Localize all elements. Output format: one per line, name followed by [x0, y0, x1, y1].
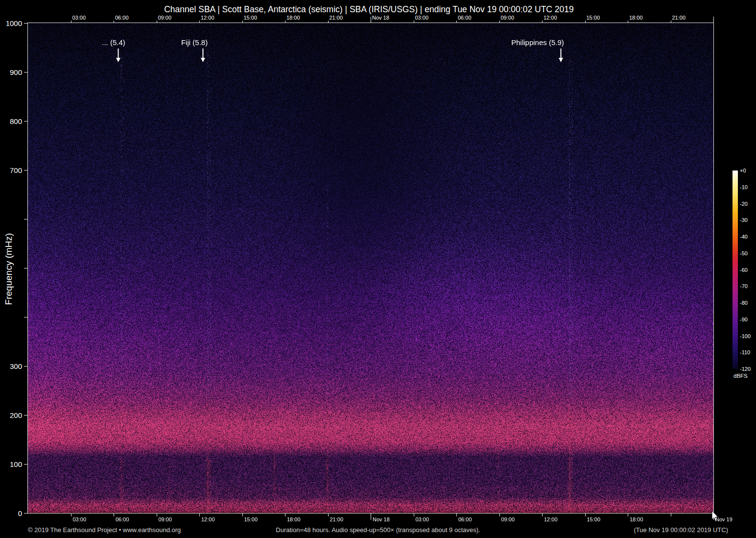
down-arrow-icon: [200, 49, 206, 63]
x-axis-tick-bottom: [671, 514, 671, 516]
x-axis-tick-top: [414, 21, 414, 23]
x-axis-tick-bottom: [371, 514, 371, 520]
x-axis-label-top: 06:00: [458, 15, 472, 21]
x-axis-tick-top: [157, 21, 157, 23]
x-axis-tick-bottom: [585, 514, 586, 516]
x-axis-tick-bottom: [499, 514, 500, 516]
x-axis-label-top: 15:00: [587, 15, 600, 21]
x-axis-tick-top: [713, 17, 714, 23]
x-axis-label-top: Nov 18: [372, 15, 389, 21]
footer-timestamp: (Tue Nov 19 00:00:02 2019 UTC): [634, 526, 728, 534]
x-axis-label-bottom: 03:00: [416, 516, 429, 522]
x-axis-tick-top: [199, 21, 200, 23]
spectrogram-page: Channel SBA | Scott Base, Antarctica (se…: [0, 0, 756, 538]
x-axis-label-top: 06:00: [115, 15, 129, 21]
colorbar-tick-label: -90: [740, 317, 748, 322]
x-axis-tick-bottom: [285, 514, 285, 516]
x-axis-tick-bottom: [157, 514, 157, 516]
colorbar-tick-label: -50: [740, 250, 748, 256]
y-axis-tick: [24, 170, 28, 171]
x-axis-tick-top: [542, 21, 543, 23]
down-arrow-icon: [116, 49, 121, 63]
x-axis-label-top: 03:00: [72, 15, 86, 21]
y-axis-label: 0: [0, 509, 22, 517]
colorbar-tick-label: -120: [740, 366, 751, 372]
y-axis-tick: [24, 121, 28, 122]
x-axis-tick-bottom: [456, 514, 457, 516]
x-axis-label-bottom: 03:00: [73, 516, 87, 522]
y-axis-tick: [24, 366, 28, 367]
colorbar-tick-label: -80: [740, 300, 748, 306]
x-axis-label-bottom: 21:00: [330, 516, 344, 522]
y-axis-label: 700: [0, 166, 22, 174]
colorbar-tick-label: +0: [740, 168, 746, 173]
x-axis-tick-bottom: [114, 514, 114, 516]
colorbar-tick-label: -110: [740, 349, 750, 355]
x-axis-tick-bottom: [628, 514, 628, 516]
y-axis-label: 100: [0, 460, 22, 468]
colorbar-tick-label: -20: [740, 201, 748, 207]
colorbar-tick-label: -60: [740, 267, 748, 273]
down-arrow-icon: [558, 49, 564, 63]
colorbar-tick-label: -40: [740, 234, 748, 240]
x-axis-label-bottom: 18:00: [287, 516, 301, 522]
colorbar-tick-label: -10: [740, 184, 748, 190]
x-axis-tick-top: [671, 21, 671, 23]
x-axis-label-top: 21:00: [672, 15, 686, 21]
x-axis-label-top: 18:00: [629, 15, 643, 21]
x-axis-tick-top: [242, 21, 243, 23]
y-axis-tick: [24, 23, 28, 24]
y-axis-label: 900: [0, 68, 22, 76]
x-axis-label-bottom: 09:00: [159, 516, 172, 522]
y-axis-title: Frequency (mHz): [3, 230, 14, 308]
y-axis-tick: [24, 219, 28, 220]
colorbar-tick-label: -70: [740, 283, 748, 289]
y-axis-label: 200: [0, 411, 22, 419]
x-axis-label-bottom: 06:00: [116, 516, 129, 522]
page-title: Channel SBA | Scott Base, Antarctica (se…: [0, 4, 738, 15]
x-axis-label-bottom: 12:00: [201, 516, 215, 522]
x-axis-tick-top: [585, 21, 586, 23]
y-axis-label: 300: [0, 362, 22, 370]
x-axis-label-top: 15:00: [244, 15, 258, 21]
x-axis-label-top: 18:00: [286, 15, 300, 21]
y-axis-label: 800: [0, 117, 22, 125]
x-axis-label-bottom: 15:00: [244, 516, 258, 522]
x-axis-tick-bottom: [242, 514, 243, 516]
y-axis-tick: [24, 72, 28, 73]
colorbar-tick-label: -100: [740, 333, 751, 339]
y-axis-tick: [24, 268, 28, 269]
x-axis-label-top: 09:00: [158, 15, 172, 21]
x-axis-label-top: 03:00: [415, 15, 429, 21]
y-axis-tick: [24, 415, 28, 416]
y-axis-label: 1000: [0, 19, 22, 27]
x-axis-tick-top: [285, 21, 285, 23]
x-axis-label-bottom: Nov 18: [373, 516, 390, 522]
x-axis-label-bottom: 18:00: [630, 516, 643, 522]
x-axis-tick-top: [371, 17, 371, 23]
x-axis-tick-top: [328, 21, 329, 23]
event-label: Fiji (5.8): [181, 38, 208, 47]
colorbar: [732, 171, 738, 369]
event-label: Philippines (5.9): [511, 38, 564, 47]
x-axis-tick-bottom: [71, 514, 71, 516]
x-axis-tick-bottom: [713, 514, 714, 520]
x-axis-tick-top: [499, 21, 500, 23]
x-axis-label-top: 12:00: [201, 15, 214, 21]
x-axis-tick-top: [456, 21, 457, 23]
y-axis-tick: [24, 464, 28, 465]
x-axis-label-top: 09:00: [501, 15, 515, 21]
x-axis-tick-bottom: [328, 514, 329, 516]
x-axis-label-bottom: 15:00: [587, 516, 601, 522]
y-axis-tick: [24, 513, 28, 514]
x-axis-label-bottom: 06:00: [458, 516, 472, 522]
x-axis-tick-top: [114, 21, 114, 23]
x-axis-label-bottom: 09:00: [501, 516, 515, 522]
x-axis-tick-top: [71, 21, 71, 23]
x-axis-label-bottom: 12:00: [544, 516, 558, 522]
spectrogram-image: [28, 23, 713, 513]
x-axis-label-top: 21:00: [330, 15, 343, 21]
x-axis-tick-bottom: [542, 514, 543, 516]
y-axis-tick: [24, 317, 28, 318]
x-axis-tick-bottom: [414, 514, 414, 516]
